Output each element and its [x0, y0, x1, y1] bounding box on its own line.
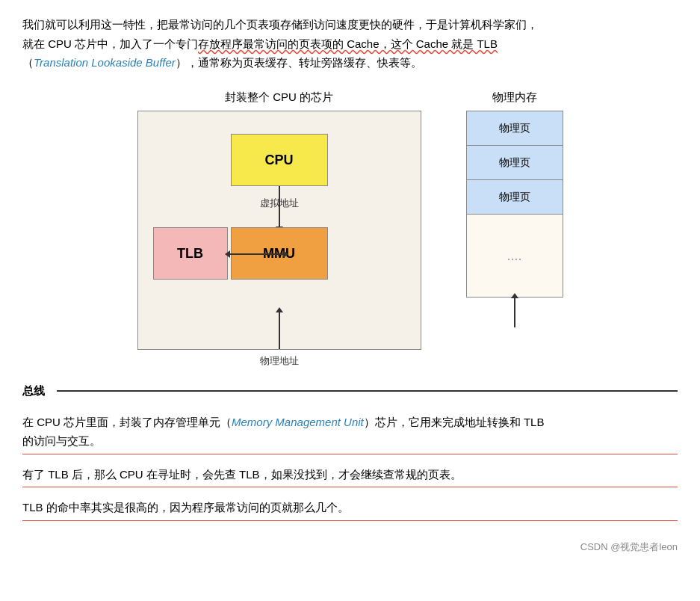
- watermark: CSDN @视觉患者leon: [22, 539, 678, 555]
- t1-line2: 的访问与交互。: [22, 434, 101, 447]
- bus-line: [57, 390, 678, 392]
- phys-mem-label: 物理内存: [492, 87, 537, 107]
- intro-paragraph: 我们就可以利用这一特性，把最常访问的几个页表项存储到访问速度更快的硬件，于是计算…: [22, 15, 678, 73]
- physical-addr-arrow: [279, 312, 280, 349]
- bottom-text-2: 有了 TLB 后，那么 CPU 在寻址时，会先查 TLB，如果没找到，才会继续查…: [22, 465, 678, 488]
- t1-italic: Memory Management Unit: [232, 416, 364, 428]
- intro-line1: 我们就可以利用这一特性，把最常访问的几个页表项存储到访问速度更快的硬件，于是计算…: [22, 18, 538, 31]
- phys-mem-dots: ....: [467, 215, 563, 297]
- phys-page-3: 物理页: [467, 180, 563, 215]
- intro-line3-pre: （: [22, 56, 34, 69]
- t1-post: ）芯片，它用来完成地址转换和 TLB: [364, 416, 545, 428]
- virtual-addr-label: 虚拟地址: [260, 195, 299, 212]
- bottom-text-1: 在 CPU 芯片里面，封装了内存管理单元（Memory Management U…: [22, 413, 678, 454]
- cpu-chip-section: 封装整个 CPU 的芯片 CPU 虚拟地址 MMU TLB: [137, 87, 421, 370]
- bus-label: 总线: [22, 381, 45, 401]
- phys-page-1: 物理页: [467, 111, 563, 146]
- phys-page-2: 物理页: [467, 146, 563, 180]
- tlb-mmu-arrow: [229, 253, 284, 255]
- tlb-box: TLB: [153, 227, 228, 280]
- intro-tlb-italic: Translation Lookaside Buffer: [34, 56, 176, 69]
- intro-line2-underline: 存放程序最常访问的页表项的 Cache，这个 Cache 就是 TLB: [198, 37, 498, 50]
- physical-addr-label: 物理地址: [137, 353, 421, 369]
- physical-memory-section: 物理内存 物理页 物理页 物理页 ....: [466, 87, 563, 328]
- chip-box-wrapper: CPU 虚拟地址 MMU TLB 物理地址: [137, 111, 421, 369]
- bottom-text-section: 在 CPU 芯片里面，封装了内存管理单元（Memory Management U…: [22, 413, 678, 531]
- cpu-box: CPU: [231, 134, 328, 186]
- bottom-text-3: TLB 的命中率其实是很高的，因为程序最常访问的页就那么几个。: [22, 498, 678, 521]
- phys-mem-up-arrow: [511, 293, 518, 298]
- phys-mem-box: 物理页 物理页 物理页 ....: [466, 111, 563, 298]
- bus-section: 总线: [22, 377, 678, 401]
- t2-text: 有了 TLB 后，那么 CPU 在寻址时，会先查 TLB，如果没找到，才会继续查…: [22, 468, 462, 481]
- chip-label: 封装整个 CPU 的芯片: [225, 87, 333, 107]
- t1-pre: 在 CPU 芯片里面，封装了内存管理单元（: [22, 416, 232, 428]
- architecture-diagram: 封装整个 CPU 的芯片 CPU 虚拟地址 MMU TLB: [22, 87, 678, 370]
- t3-text: TLB 的命中率其实是很高的，因为程序最常访问的页就那么几个。: [22, 501, 349, 514]
- intro-line3-post: ），通常称为页表缓存、转址旁路缓存、快表等。: [176, 56, 422, 69]
- intro-line2-pre: 就在 CPU 芯片中，加入了一个专门: [22, 37, 198, 50]
- chip-box: CPU 虚拟地址 MMU TLB: [137, 111, 421, 350]
